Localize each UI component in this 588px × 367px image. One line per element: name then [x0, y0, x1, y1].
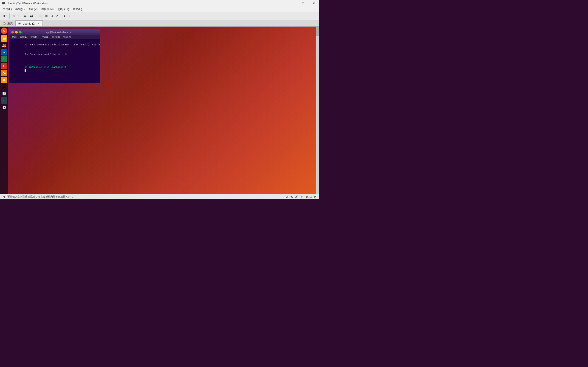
snapshot-icon: 📷 — [23, 15, 27, 17]
snapshot2-icon: 📸 — [30, 15, 33, 17]
toolbar-separator-2 — [36, 14, 36, 19]
close-button[interactable]: ✕ — [309, 0, 319, 7]
term-menu-edit[interactable]: 编辑(E) — [19, 35, 28, 39]
terminal-line-2: See "man sudo_root" for details. — [11, 50, 98, 59]
firefox-icon: 🦊 — [2, 43, 6, 48]
launcher-files[interactable]: 📁 — [1, 35, 7, 42]
launcher-writer[interactable]: W — [1, 49, 7, 56]
tab-ubuntu-label: Ubuntu (2) — [23, 22, 36, 25]
snapshot-button[interactable]: 📷 — [22, 14, 28, 18]
launcher-ubuntu-logo[interactable]: ⊙ — [1, 27, 7, 34]
console-button[interactable]: ⊡ — [49, 14, 54, 18]
home-icon: 🏠 — [2, 22, 6, 25]
launcher-update[interactable]: 🔄 — [1, 90, 7, 97]
vm-icon: 💻 — [18, 22, 21, 25]
undock-icon: ↗ — [56, 15, 58, 17]
terminal-cursor — [25, 69, 26, 72]
settings-icon: ⚙ — [2, 85, 6, 89]
snapshot2-button[interactable]: 📸 — [28, 14, 35, 18]
terminal-minimize-button[interactable] — [15, 31, 18, 33]
tab-home-label: 主页 — [7, 22, 13, 25]
unity-button[interactable]: ▦ — [44, 14, 49, 18]
status-arrow-icon: ◀ — [2, 195, 6, 199]
launcher-text[interactable]: Aa — [1, 70, 7, 76]
status-settings-icon[interactable]: ⚙ — [300, 195, 303, 199]
terminal-icon: >_ — [3, 99, 6, 102]
term-menu-terminal[interactable]: 终端 — [11, 35, 18, 39]
text-icon: Aa — [2, 72, 6, 74]
launcher-impress[interactable]: P — [1, 63, 7, 69]
terminal-prompt-line: hajie@hajie-virtual-machine:~$ — [11, 63, 98, 75]
menu-tabs[interactable]: 选项卡(T) — [55, 7, 71, 12]
writer-icon: W — [3, 51, 5, 54]
launcher-firefox[interactable]: 🦊 — [1, 42, 7, 49]
launcher-settings[interactable]: ⚙ — [1, 83, 7, 90]
power-revert-button[interactable]: ↩ — [17, 14, 22, 18]
menu-file[interactable]: 文件(F) — [1, 7, 14, 12]
terminal-menubar: 终端 编辑(E) 查看(V) 搜索(S) 终端(T) 帮助(H) — [9, 35, 100, 39]
launcher-disk[interactable]: 💿 — [1, 104, 7, 110]
ubuntu-desktop[interactable]: ⊙ 📁 🦊 W Σ P Aa a ⚙ — [0, 27, 319, 194]
menu-view[interactable]: 查看(V) — [26, 7, 39, 12]
tabs-bar: 🏠 主页 💻 Ubuntu (2) ✕ — [0, 20, 319, 27]
scrollbar-thumb[interactable] — [316, 27, 319, 36]
term-menu-terminal2[interactable]: 终端(T) — [51, 35, 61, 39]
menu-edit[interactable]: 编辑(E) — [14, 7, 26, 12]
scrollbar-track — [316, 27, 319, 194]
menu-help[interactable]: 帮助(H) — [71, 7, 84, 12]
terminal-maximize-button[interactable] — [19, 31, 22, 33]
term-menu-search[interactable]: 搜索(S) — [40, 35, 50, 39]
console-icon: ⊡ — [51, 15, 53, 17]
amazon-icon: a — [3, 78, 5, 82]
vmware-statusbar: ◀ 要将输入定向到该虚拟机，请在虚拟机内部单击或按 Ctrl+G。 🖥 🔌 🔊 … — [0, 194, 319, 199]
status-monitor-icon[interactable]: 🖥 — [285, 195, 288, 199]
tab-ubuntu-close[interactable]: ✕ — [37, 22, 40, 25]
status-speaker-icon[interactable]: 🔊 — [295, 195, 298, 199]
toolbar-separator-1 — [9, 14, 10, 19]
undock-button[interactable]: ↗ — [55, 14, 60, 18]
terminal-title-text: hajie@hajie-virtual-machine: ~ — [23, 31, 98, 33]
unity-icon: ▦ — [45, 15, 48, 17]
launcher-amazon[interactable]: a — [1, 77, 7, 83]
vmware-app-icon: 🖥️ — [1, 2, 5, 5]
ubuntu-launcher: ⊙ 📁 🦊 W Σ P Aa a ⚙ — [0, 27, 8, 194]
fullscreen-icon: ⬜ — [39, 15, 42, 17]
status-time: 16:13 — [306, 195, 312, 198]
revert-icon: ↩ — [18, 15, 20, 17]
terminal-window[interactable]: hajie@hajie-virtual-machine: ~ 终端 编辑(E) … — [9, 29, 100, 83]
menu-vm[interactable]: 虚拟机(M) — [39, 7, 55, 12]
term-menu-help[interactable]: 帮助(H) — [62, 35, 72, 39]
terminal-content[interactable]: To run a command as administrator (user … — [9, 39, 100, 83]
tab-ubuntu[interactable]: 💻 Ubuntu (2) ✕ — [15, 20, 43, 26]
launcher-terminal[interactable]: >_ — [1, 97, 7, 104]
vmware-menubar: 文件(F) 编辑(E) 查看(V) 虚拟机(M) 选项卡(T) 帮助(H) — [0, 7, 319, 12]
status-network-icon[interactable]: 🔌 — [290, 195, 293, 199]
terminal-line-3 — [11, 59, 98, 63]
keyboard-icon: 🖨 — [12, 15, 15, 17]
calc-icon: Σ — [3, 58, 5, 61]
view2-icon: ▾ — [69, 15, 70, 17]
restore-button[interactable]: ❐ — [298, 0, 309, 7]
update-icon: 🔄 — [2, 92, 6, 95]
minimize-button[interactable]: — — [287, 0, 298, 7]
view-icon: ▶ — [64, 15, 66, 17]
status-arrow-right-icon[interactable]: ▶ — [313, 195, 317, 199]
pause-dropdown-icon: ▾ — [6, 15, 7, 17]
term-menu-view[interactable]: 查看(V) — [29, 35, 39, 39]
vmware-titlebar: 🖥️ Ubuntu (2) - VMware Workstation — ❐ ✕ — [0, 0, 319, 7]
right-scrollbar[interactable] — [316, 27, 319, 194]
vm-area[interactable]: ⊙ 📁 🦊 W Σ P Aa a ⚙ — [0, 27, 319, 194]
launcher-calc[interactable]: Σ — [1, 56, 7, 62]
vmware-title: Ubuntu (2) - VMware Workstation — [7, 2, 48, 5]
impress-icon: P — [3, 65, 5, 68]
fullscreen-button[interactable]: ⬜ — [37, 14, 43, 18]
terminal-line-1: To run a command as administrator (user … — [11, 40, 98, 50]
disk-icon: 💿 — [2, 106, 6, 109]
view-button[interactable]: ▶ — [62, 14, 67, 18]
view2-button[interactable]: ▾ — [68, 14, 71, 18]
terminal-prompt: hajie@hajie-virtual-machine:~$ — [25, 66, 67, 69]
pause-button[interactable]: ⏸ ▾ — [1, 14, 8, 18]
tab-home[interactable]: 🏠 主页 — [0, 20, 15, 26]
send-ctrlaltdel-button[interactable]: 🖨 — [11, 14, 16, 18]
terminal-close-button[interactable] — [11, 31, 14, 33]
